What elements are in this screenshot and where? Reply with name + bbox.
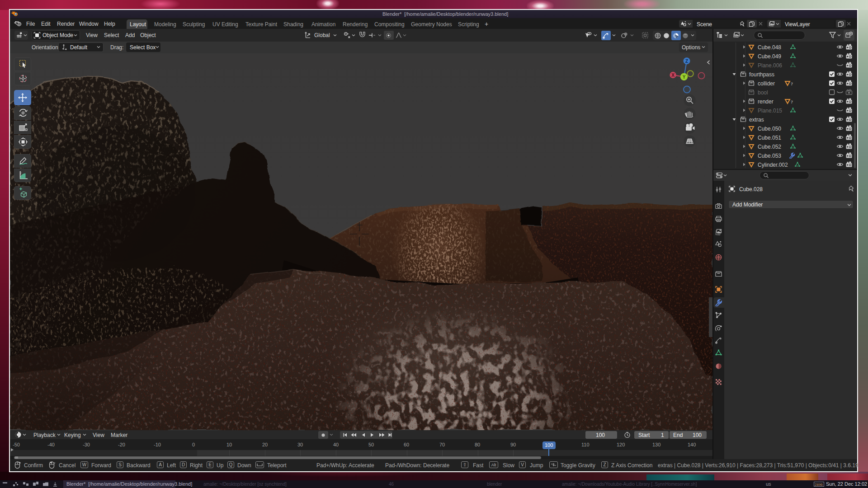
svg-text:Z: Z — [685, 59, 688, 64]
svg-text:X: X — [671, 73, 675, 78]
svg-text:Y: Y — [683, 75, 686, 80]
